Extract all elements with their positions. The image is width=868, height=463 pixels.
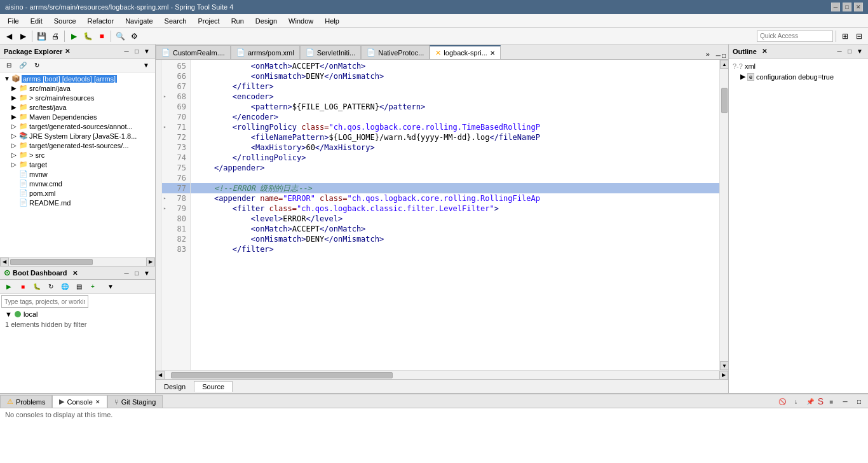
boot-open-btn[interactable]: 🌐: [58, 280, 71, 293]
code-editor[interactable]: <onMatch>ACCEPT</onMatch> <onMismatch>DE…: [191, 60, 719, 370]
line-79[interactable]: 79: [162, 204, 190, 214]
pkg-collapse-btn[interactable]: ⊟: [3, 59, 15, 72]
console-pin-btn[interactable]: 📌: [804, 395, 817, 408]
toolbar-back[interactable]: ◀: [3, 30, 15, 43]
boot-add-btn[interactable]: +: [86, 280, 99, 293]
boot-search-input[interactable]: [1, 295, 88, 308]
panel-maximize-btn[interactable]: □: [132, 47, 141, 56]
menu-help[interactable]: Help: [320, 16, 344, 26]
tree-toggle-7[interactable]: ▷: [11, 132, 19, 139]
sonar-icon[interactable]: S: [818, 396, 824, 406]
menu-run[interactable]: Run: [226, 16, 249, 26]
boot-console-btn[interactable]: ▤: [72, 280, 85, 293]
toolbar-perspective2[interactable]: ⊟: [853, 30, 865, 43]
console-scroll-btn[interactable]: ↓: [790, 395, 803, 408]
toolbar-stop[interactable]: ■: [95, 30, 108, 43]
scroll-left-arrow[interactable]: ◀: [0, 258, 9, 266]
outline-toggle-icon[interactable]: ▶: [740, 73, 745, 81]
boot-dashboard-close-icon[interactable]: ✕: [72, 270, 78, 277]
tab-native[interactable]: 📄 NativeProtoc...: [361, 45, 430, 59]
vscroll-thumb[interactable]: [721, 88, 728, 113]
tree-item-root[interactable]: ▼ 📦 arrms [boot] [devtools] [arrms]: [1, 74, 154, 83]
boot-start-btn[interactable]: ▶: [3, 280, 15, 293]
tree-item-readme[interactable]: 📄 README.md: [1, 198, 154, 207]
line-71[interactable]: 71: [162, 122, 190, 132]
menu-source[interactable]: Source: [49, 16, 81, 26]
toolbar-save[interactable]: 💾: [35, 30, 48, 43]
package-explorer-close-icon[interactable]: ✕: [65, 48, 70, 55]
tab-custom-realm[interactable]: 📄 CustomRealm....: [156, 45, 231, 59]
boot-stop-btn[interactable]: ■: [17, 280, 29, 293]
tree-toggle-10[interactable]: ▷: [11, 161, 19, 168]
tab-git-staging[interactable]: ⑂ Git Staging: [107, 395, 163, 408]
toolbar-perspective[interactable]: ⊞: [839, 30, 851, 43]
hscroll-left-btn[interactable]: ◀: [156, 371, 165, 380]
tab-source[interactable]: Source: [194, 381, 233, 392]
tree-toggle-2[interactable]: ▶: [11, 85, 19, 92]
menu-navigate[interactable]: Navigate: [120, 16, 158, 26]
tree-toggle-3[interactable]: ▶: [11, 94, 19, 101]
boot-maximize-btn[interactable]: □: [132, 268, 141, 277]
console-stop-btn[interactable]: ■: [825, 395, 837, 408]
tab-pom[interactable]: 📄 arrms/pom.xml: [231, 45, 300, 59]
menu-refactor[interactable]: Refactor: [83, 16, 119, 26]
vscroll-down-btn[interactable]: ▼: [720, 361, 728, 370]
console-close-icon[interactable]: ✕: [95, 399, 100, 405]
tree-item-gen-src[interactable]: ▷ 📁 target/generated-sources/annot...: [1, 121, 154, 131]
tree-toggle-4[interactable]: ▶: [11, 104, 19, 111]
toolbar-run[interactable]: ▶: [67, 30, 80, 43]
tabs-overflow-btn[interactable]: »: [702, 49, 714, 59]
tab-servlet[interactable]: 📄 ServletIniti...: [300, 45, 362, 59]
tab-logback[interactable]: ✕ logback-spri... ✕: [430, 45, 500, 59]
console-minimize-btn[interactable]: ─: [839, 395, 851, 408]
scroll-thumb[interactable]: [10, 259, 93, 265]
hscroll-right-btn[interactable]: ▶: [719, 371, 728, 380]
tree-item-mvnw[interactable]: 📄 mvnw: [1, 169, 154, 179]
pkg-link-btn[interactable]: 🔗: [17, 59, 29, 72]
tree-item-target[interactable]: ▷ 📁 target: [1, 160, 154, 169]
tree-item-src-main-res[interactable]: ▶ 📁 > src/main/resources: [1, 93, 154, 102]
hscroll-thumb[interactable]: [171, 372, 393, 378]
panel-minimize-btn[interactable]: ─: [122, 47, 131, 56]
tree-toggle-6[interactable]: ▷: [11, 123, 19, 130]
toolbar-settings[interactable]: ⚙: [128, 30, 140, 43]
editor-hscrollbar[interactable]: ◀ ▶: [156, 370, 728, 379]
outline-item-xml[interactable]: ?-? xml: [731, 61, 865, 71]
outline-minimize-btn[interactable]: ─: [835, 47, 844, 56]
tab-problems[interactable]: ⚠ Problems: [0, 395, 52, 408]
console-maximize-btn[interactable]: □: [853, 395, 865, 408]
line-68[interactable]: 68: [162, 92, 190, 102]
tree-item-mvnw-cmd[interactable]: 📄 mvnw.cmd: [1, 179, 154, 188]
tree-item-src-main-java[interactable]: ▶ 📁 src/main/java: [1, 83, 154, 93]
outline-menu-btn[interactable]: ▼: [855, 47, 864, 56]
tab-design[interactable]: Design: [156, 381, 194, 392]
menu-file[interactable]: File: [3, 16, 24, 26]
tree-item-jre[interactable]: ▷ 📚 JRE System Library [JavaSE-1.8...: [1, 131, 154, 141]
console-clear-btn[interactable]: 🚫: [776, 395, 789, 408]
tree-item-gen-test[interactable]: ▷ 📁 target/generated-test-sources/...: [1, 141, 154, 150]
boot-local-item[interactable]: ▼ local: [0, 309, 155, 319]
tree-toggle-5[interactable]: ▶: [11, 113, 19, 120]
editor-vscroll[interactable]: ▲ ▼: [719, 60, 728, 370]
toolbar-search[interactable]: 🔍: [114, 30, 126, 43]
toolbar-print[interactable]: 🖨: [49, 30, 62, 43]
boot-refresh-btn[interactable]: ↻: [44, 280, 57, 293]
tree-item-maven[interactable]: ▶ 📁 Maven Dependencies: [1, 112, 154, 121]
tree-item-src-test[interactable]: ▶ 📁 src/test/java: [1, 102, 154, 112]
vscroll-up-btn[interactable]: ▲: [720, 60, 728, 69]
toolbar-debug[interactable]: 🐛: [81, 30, 94, 43]
maximize-btn[interactable]: □: [843, 3, 851, 11]
editor-minimize-btn[interactable]: ─: [716, 52, 721, 59]
tab-console[interactable]: ▶ Console ✕: [52, 395, 107, 408]
menu-project[interactable]: Project: [193, 16, 224, 26]
tree-item-pom[interactable]: 📄 pom.xml: [1, 188, 154, 198]
outline-close-icon[interactable]: ✕: [762, 48, 767, 55]
menu-design[interactable]: Design: [250, 16, 282, 26]
close-btn[interactable]: ✕: [854, 3, 863, 11]
editor-maximize-btn[interactable]: □: [722, 52, 726, 59]
menu-edit[interactable]: Edit: [25, 16, 48, 26]
line-78[interactable]: 78: [162, 193, 190, 204]
boot-expand-btn[interactable]: ▼: [104, 280, 117, 293]
tab-close-5[interactable]: ✕: [490, 50, 495, 57]
minimize-btn[interactable]: ─: [831, 3, 840, 11]
